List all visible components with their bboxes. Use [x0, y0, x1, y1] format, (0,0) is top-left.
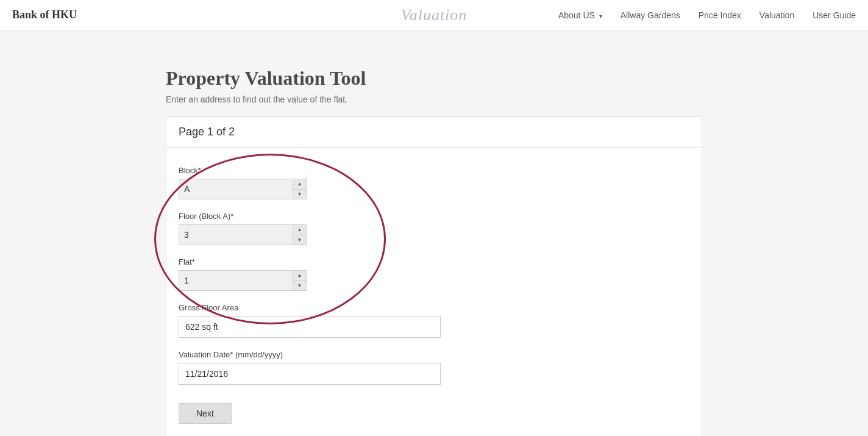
- nav-link-price-index[interactable]: Price Index: [699, 10, 741, 20]
- floor-select-wrapper[interactable]: 1 2 3 4 5 6 7 8 9 10 ▲: [179, 224, 307, 245]
- block-stepper-arrows: ▲ ▼: [293, 179, 306, 199]
- block-label: Block*: [179, 166, 689, 175]
- valuation-date-label: Valuation Date* (mm/dd/yyyy): [179, 350, 689, 359]
- nav-item-price-index[interactable]: Price Index: [699, 10, 741, 21]
- navbar: Bank of HKU Valuation About US ▾ Allway …: [0, 0, 868, 30]
- main-content: Property Valuation Tool Enter an address…: [0, 30, 868, 436]
- next-button[interactable]: Next: [179, 403, 232, 424]
- floor-stepper-down[interactable]: ▼: [293, 235, 306, 245]
- content-wrapper: Property Valuation Tool Enter an address…: [166, 67, 702, 436]
- nav-link-user-guide[interactable]: User Guide: [813, 10, 856, 20]
- flat-select[interactable]: 1 2 3 4 5 6 7 8: [179, 271, 306, 290]
- floor-select[interactable]: 1 2 3 4 5 6 7 8 9 10: [179, 225, 306, 245]
- block-stepper-down[interactable]: ▼: [293, 190, 306, 199]
- block-select[interactable]: A B C D: [179, 179, 306, 199]
- floor-stepper-arrows: ▲ ▼: [293, 225, 306, 245]
- gross-floor-group: Gross Floor Area: [179, 303, 689, 338]
- block-select-wrapper[interactable]: A B C D ▲ ▼: [179, 179, 307, 199]
- main-nav: About US ▾ Allway Gardens Price Index Va…: [558, 10, 856, 21]
- gross-floor-label: Gross Floor Area: [179, 303, 689, 312]
- chevron-down-icon: ▾: [599, 13, 602, 20]
- brand-logo[interactable]: Bank of HKU: [12, 9, 77, 21]
- nav-item-allway[interactable]: Allway Gardens: [621, 10, 680, 21]
- floor-group: Floor (Block A)* 1 2 3 4 5 6 7 8 9 1: [179, 212, 689, 245]
- floor-label: Floor (Block A)*: [179, 212, 689, 221]
- nav-item-about[interactable]: About US ▾: [558, 10, 602, 21]
- page-indicator: Page 1 of 2: [166, 117, 702, 148]
- block-group: Block* A B C D ▲ ▼: [179, 166, 689, 199]
- page-title: Property Valuation Tool: [166, 67, 702, 90]
- flat-group: Flat* 1 2 3 4 5 6 7 8 ▲: [179, 257, 689, 291]
- nav-link-allway[interactable]: Allway Gardens: [621, 10, 680, 20]
- flat-stepper-up[interactable]: ▲: [293, 271, 306, 281]
- center-title: Valuation: [401, 6, 468, 24]
- flat-stepper-arrows: ▲ ▼: [293, 271, 306, 290]
- nav-link-about[interactable]: About US ▾: [558, 10, 602, 20]
- form-card: Page 1 of 2 Block* A B C D: [166, 116, 702, 436]
- form-body: Block* A B C D ▲ ▼: [166, 148, 702, 436]
- floor-stepper-up[interactable]: ▲: [293, 225, 306, 235]
- page-subtitle: Enter an address to find out the value o…: [166, 95, 702, 104]
- valuation-date-input[interactable]: [179, 363, 441, 385]
- flat-label: Flat*: [179, 257, 689, 266]
- block-stepper-up[interactable]: ▲: [293, 179, 306, 190]
- gross-floor-input[interactable]: [179, 316, 441, 338]
- valuation-date-group: Valuation Date* (mm/dd/yyyy): [179, 350, 689, 385]
- nav-item-user-guide[interactable]: User Guide: [813, 10, 856, 21]
- nav-link-valuation[interactable]: Valuation: [760, 10, 794, 20]
- nav-item-valuation[interactable]: Valuation: [760, 10, 794, 21]
- flat-stepper-down[interactable]: ▼: [293, 281, 306, 291]
- flat-select-wrapper[interactable]: 1 2 3 4 5 6 7 8 ▲ ▼: [179, 270, 307, 291]
